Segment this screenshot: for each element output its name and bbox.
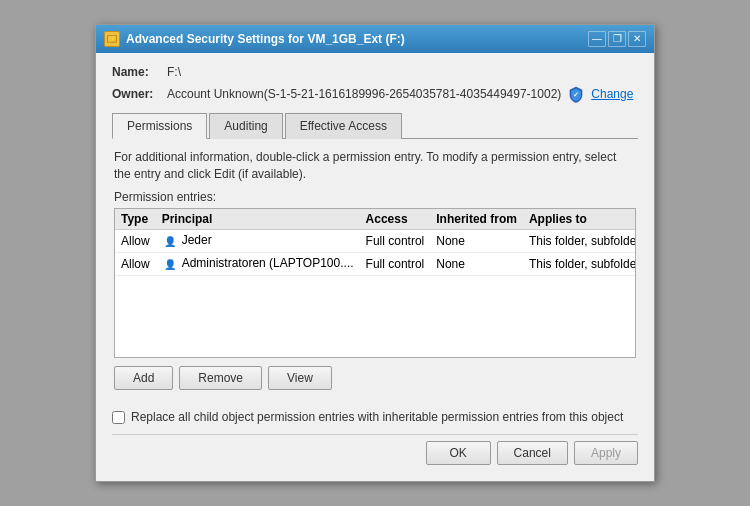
action-buttons: Add Remove View [114,366,636,390]
minimize-button[interactable]: — [588,31,606,47]
name-value: F:\ [167,65,181,79]
table-header-row: Type Principal Access Inherited from App… [115,209,636,230]
cell-access: Full control [360,253,431,276]
replace-checkbox[interactable] [112,411,125,424]
col-principal: Principal [156,209,360,230]
name-label: Name: [112,65,167,79]
col-access: Access [360,209,431,230]
name-row: Name: F:\ [112,65,638,79]
info-text: For additional information, double-click… [114,149,636,183]
title-bar: 🔑 Advanced Security Settings for VM_1GB_… [96,25,654,53]
cell-principal: 👤Administratoren (LAPTOP100.... [156,253,360,276]
cell-access: Full control [360,230,431,253]
table-row[interactable]: Allow👤JederFull controlNoneThis folder, … [115,230,636,253]
permission-table-wrapper[interactable]: Type Principal Access Inherited from App… [114,208,636,358]
owner-row: Owner: Account Unknown(S-1-5-21-16161899… [112,85,638,103]
cell-applies: This folder, subfolders and files [523,253,636,276]
owner-label: Owner: [112,87,167,101]
tabs-container: Permissions Auditing Effective Access [112,113,638,139]
owner-value: Account Unknown(S-1-5-21-1616189996-2654… [167,87,561,101]
apply-button[interactable]: Apply [574,441,638,465]
svg-text:✓: ✓ [573,91,579,98]
col-applies: Applies to [523,209,636,230]
window-title: Advanced Security Settings for VM_1GB_Ex… [126,32,405,46]
replace-checkbox-row: Replace all child object permission entr… [112,410,638,424]
ok-button[interactable]: OK [426,441,491,465]
add-button[interactable]: Add [114,366,173,390]
cell-inherited: None [430,253,523,276]
tab-permissions[interactable]: Permissions [112,113,207,139]
table-row[interactable]: Allow👤Administratoren (LAPTOP100....Full… [115,253,636,276]
cell-applies: This folder, subfolders and files [523,230,636,253]
replace-checkbox-label[interactable]: Replace all child object permission entr… [131,410,623,424]
cell-type: Allow [115,230,156,253]
cell-principal: 👤Jeder [156,230,360,253]
dialog-content: Name: F:\ Owner: Account Unknown(S-1-5-2… [96,53,654,482]
window-icon: 🔑 [104,31,120,47]
advanced-security-dialog: 🔑 Advanced Security Settings for VM_1GB_… [95,24,655,483]
cancel-button[interactable]: Cancel [497,441,568,465]
section-label: Permission entries: [114,190,636,204]
tab-effective-access[interactable]: Effective Access [285,113,402,139]
remove-button[interactable]: Remove [179,366,262,390]
change-owner-link[interactable]: Change [591,87,633,101]
permission-table: Type Principal Access Inherited from App… [115,209,636,276]
tab-auditing[interactable]: Auditing [209,113,282,139]
title-bar-buttons: — ❐ ✕ [588,31,646,47]
user-icon: 👤 [162,233,178,249]
shield-icon: ✓ [567,85,585,103]
title-bar-left: 🔑 Advanced Security Settings for VM_1GB_… [104,31,405,47]
user-icon: 👤 [162,256,178,272]
restore-button[interactable]: ❐ [608,31,626,47]
permissions-panel: For additional information, double-click… [112,139,638,401]
cell-type: Allow [115,253,156,276]
col-type: Type [115,209,156,230]
close-button[interactable]: ✕ [628,31,646,47]
col-inherited: Inherited from [430,209,523,230]
footer-buttons: OK Cancel Apply [112,434,638,469]
view-button[interactable]: View [268,366,332,390]
cell-inherited: None [430,230,523,253]
owner-content: Account Unknown(S-1-5-21-1616189996-2654… [167,85,633,103]
svg-text:🔑: 🔑 [109,36,117,44]
